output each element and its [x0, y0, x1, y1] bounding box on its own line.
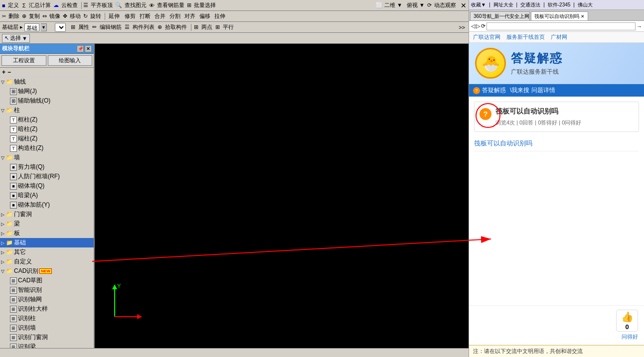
- tree-item-wall[interactable]: ▽ 📁 墙: [0, 153, 94, 162]
- menu-view-rebar[interactable]: 查看钢筋量: [155, 1, 186, 9]
- tree-item-id-grid[interactable]: ⊞ 识别轴网: [0, 295, 94, 304]
- btn-project-settings[interactable]: 工程设置: [1, 55, 46, 66]
- tree-item-darkbeam[interactable]: ■ 暗梁(A): [0, 191, 94, 200]
- back-icon[interactable]: ◁: [471, 23, 475, 29]
- btn-copy[interactable]: 复制: [27, 12, 41, 20]
- tree-item-brickreinf[interactable]: ■ 砌体加筋(Y): [0, 200, 94, 210]
- nav-link-qa[interactable]: 答疑解惑: [482, 86, 506, 95]
- btn-comp-list[interactable]: 构件列表: [131, 23, 156, 31]
- tree-item-foundation[interactable]: ▷ 📁 基础: [0, 238, 94, 247]
- collapse-all-icon[interactable]: −: [7, 69, 11, 76]
- tree-item-aux[interactable]: ⊞ 辅助轴线(O): [0, 96, 94, 106]
- tree-item-id-beam[interactable]: ⊞ 识别梁: [0, 342, 94, 348]
- btn-attr[interactable]: 属性: [77, 23, 91, 31]
- forward-icon[interactable]: ▷: [476, 23, 480, 29]
- link-service[interactable]: 服务新干线首页: [506, 33, 545, 41]
- layer-type[interactable]: 基础: [24, 23, 39, 31]
- btn-stretch[interactable]: 拉伸: [213, 12, 227, 20]
- tree-item-id-col-detail[interactable]: ⊞ 识别柱大样: [0, 304, 94, 314]
- sep-b3: |: [543, 2, 545, 7]
- toolbar-sep-1: Σ: [22, 2, 26, 8]
- btn-align[interactable]: 对齐: [183, 12, 197, 20]
- btn-mirror[interactable]: 镜像: [48, 12, 62, 20]
- tree-item-slab[interactable]: ▷ 📁 板: [0, 229, 94, 238]
- tree-item-smart-id[interactable]: ⊞ 智能识别: [0, 285, 94, 295]
- btn-offset[interactable]: 偏移: [198, 12, 212, 20]
- menu-level[interactable]: 平齐板顶: [89, 1, 115, 9]
- tree-item-id-wall[interactable]: ⊞ 识别墙: [0, 323, 94, 333]
- nav-link-search[interactable]: \我来搜: [510, 86, 529, 95]
- tree-item-framecol[interactable]: T 框柱(Z): [0, 115, 94, 124]
- address-input[interactable]: [486, 22, 636, 30]
- tree-item-endcol[interactable]: T 端柱(Z): [0, 134, 94, 143]
- btn-extend[interactable]: 延伸: [107, 12, 121, 20]
- tree-item-structcol[interactable]: T 构造柱(Z): [0, 143, 94, 153]
- folder-axisline-icon: 📁: [6, 79, 13, 85]
- cad-canvas-area[interactable]: Y: [95, 44, 469, 348]
- tree-item-other[interactable]: ▷ 📁 其它: [0, 247, 94, 257]
- darkcol-label: 暗柱(Z): [18, 125, 37, 133]
- btn-more[interactable]: >>: [457, 24, 467, 31]
- like-button[interactable]: 👍 0: [616, 310, 638, 332]
- tree-item-civil[interactable]: ■ 人防门框墙(RF): [0, 172, 94, 181]
- bookmark-traffic[interactable]: 交通违法: [520, 1, 540, 8]
- expand-all-icon[interactable]: +: [2, 69, 5, 76]
- tree-item-col[interactable]: ▽ 📁 柱: [0, 106, 94, 115]
- select-button[interactable]: ↖ 选择 ▼: [2, 34, 30, 43]
- tree-item-grid[interactable]: ⊞ 轴网(J): [0, 87, 94, 96]
- nav-link-detail[interactable]: 问题详情: [531, 86, 555, 95]
- tree-item-beam[interactable]: ▷ 📁 梁: [0, 219, 94, 229]
- tree-item-custom[interactable]: ▷ 📁 自定义: [0, 257, 94, 266]
- close-panel-icon[interactable]: ✕: [85, 45, 92, 52]
- btn-two-pt[interactable]: 两点: [200, 23, 214, 31]
- go-icon[interactable]: →: [637, 23, 642, 29]
- layer-sub-select[interactable]: [55, 23, 66, 32]
- menu-total[interactable]: 汇总计算: [27, 1, 53, 9]
- tree-item-cad-sketch[interactable]: ⊞ CAD草图: [0, 276, 94, 285]
- tab-360[interactable]: 360导航_新一代安全上网导航: [470, 11, 530, 20]
- menu-2d[interactable]: ⬜ 二维 ▼: [374, 1, 404, 9]
- tree-item-cad[interactable]: ▽ 📁 CAD识别 NEW: [0, 266, 94, 276]
- question-link-text: 筏板可以自动识别吗: [474, 139, 532, 147]
- tree-item-id-col[interactable]: ⊞ 识别柱: [0, 314, 94, 323]
- btn-trim[interactable]: 修剪: [123, 12, 137, 20]
- tree-item-brick[interactable]: ■ 砌体墙(Q): [0, 181, 94, 191]
- btn-split[interactable]: 分割: [168, 12, 182, 20]
- btn-pick[interactable]: 拾取构件: [163, 23, 188, 31]
- link-gld-official[interactable]: 广联达官网: [473, 33, 500, 41]
- menu-dynamic[interactable]: 动态观察: [432, 1, 458, 9]
- btn-delete[interactable]: 删除: [7, 12, 21, 20]
- layer-dropdown[interactable]: ▼: [41, 23, 47, 31]
- menu-cloud[interactable]: 云检查: [59, 1, 80, 9]
- tree-item-door[interactable]: ▷ 📁 门窗洞: [0, 210, 94, 219]
- sidebar-panel: 模块导航栏 📌 ✕ 工程设置 绘图输入 + −: [0, 44, 95, 348]
- btn-move[interactable]: 移动: [68, 12, 82, 20]
- menu-batch[interactable]: 批量选择: [192, 1, 218, 9]
- menu-define[interactable]: 定义: [6, 1, 21, 9]
- menu-find[interactable]: 查找图元: [123, 1, 149, 9]
- bookmark-nav[interactable]: 网址大全: [493, 1, 513, 8]
- tree-item-darkcol[interactable]: T 暗柱(Z): [0, 124, 94, 134]
- btn-draw-input[interactable]: 绘图输入: [48, 55, 93, 66]
- tree-item-id-door[interactable]: ⊞ 识别门窗洞: [0, 333, 94, 342]
- btn-edit-rebar[interactable]: 编辑钢筋: [98, 23, 123, 31]
- btn-break[interactable]: 打断: [138, 12, 152, 20]
- btn-merge[interactable]: 合并: [153, 12, 167, 20]
- btn-rotate[interactable]: 旋转: [89, 12, 103, 20]
- btn-parallel[interactable]: 平行: [221, 23, 235, 31]
- tab-close-icon[interactable]: ✕: [581, 14, 585, 19]
- tab-qa[interactable]: 筏板可以自动识别吗 ✕: [531, 11, 588, 20]
- brand-subtitle: 广联达服务新干线: [511, 68, 563, 76]
- question-link-item[interactable]: 筏板可以自动识别吗: [474, 136, 639, 151]
- bookmark-collection[interactable]: 收藏▼: [471, 1, 486, 8]
- pin-icon[interactable]: 📌: [77, 45, 84, 52]
- link-materials[interactable]: 广材网: [551, 33, 567, 41]
- smart-id-icon: ⊞: [10, 287, 17, 294]
- bookmark-foshan[interactable]: 佛山大: [578, 1, 593, 8]
- menu-view[interactable]: 俯视 ▼: [405, 1, 427, 9]
- tree-item-axisline[interactable]: ▽ 📁 轴线: [0, 77, 94, 87]
- tree-item-shear[interactable]: ■ 剪力墙(Q): [0, 162, 94, 172]
- toolbar-close[interactable]: ✕: [461, 1, 467, 9]
- bookmark-software[interactable]: 软件-2345: [548, 1, 571, 8]
- refresh-icon[interactable]: ⟳: [481, 23, 485, 29]
